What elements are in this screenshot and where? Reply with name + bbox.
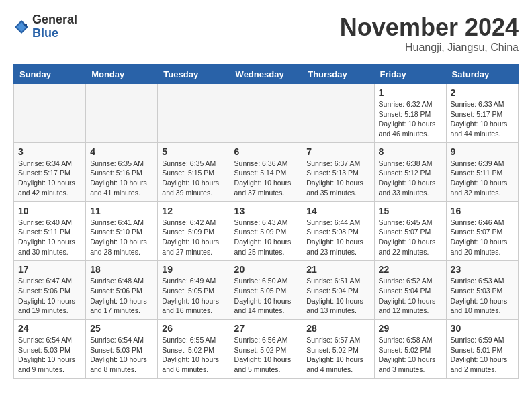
calendar-week-4: 17Sunrise: 6:47 AM Sunset: 5:06 PM Dayli… [14, 261, 519, 320]
logo: General Blue [13, 13, 77, 40]
day-number: 30 [451, 323, 514, 334]
logo-blue: Blue [32, 27, 77, 40]
day-info: Sunrise: 6:41 AM Sunset: 5:10 PM Dayligh… [90, 218, 153, 257]
day-info: Sunrise: 6:32 AM Sunset: 5:18 PM Dayligh… [379, 99, 442, 139]
day-number: 5 [162, 146, 225, 157]
day-number: 15 [379, 205, 442, 216]
calendar-cell: 26Sunrise: 6:55 AM Sunset: 5:02 PM Dayli… [158, 320, 230, 379]
weekday-header-friday: Friday [374, 65, 446, 84]
day-info: Sunrise: 6:38 AM Sunset: 5:12 PM Dayligh… [379, 158, 442, 198]
calendar-week-5: 24Sunrise: 6:54 AM Sunset: 5:03 PM Dayli… [14, 320, 519, 379]
day-info: Sunrise: 6:37 AM Sunset: 5:13 PM Dayligh… [306, 158, 369, 198]
month-title: November 2024 [340, 13, 519, 42]
day-number: 4 [90, 146, 153, 157]
day-info: Sunrise: 6:53 AM Sunset: 5:03 PM Dayligh… [451, 276, 514, 316]
calendar-cell: 14Sunrise: 6:44 AM Sunset: 5:08 PM Dayli… [302, 201, 374, 261]
calendar-cell: 7Sunrise: 6:37 AM Sunset: 5:13 PM Daylig… [302, 142, 374, 201]
calendar-week-2: 3Sunrise: 6:34 AM Sunset: 5:17 PM Daylig… [14, 142, 519, 201]
day-info: Sunrise: 6:56 AM Sunset: 5:02 PM Dayligh… [234, 335, 298, 375]
calendar-cell: 30Sunrise: 6:59 AM Sunset: 5:01 PM Dayli… [446, 320, 518, 379]
day-info: Sunrise: 6:54 AM Sunset: 5:03 PM Dayligh… [90, 335, 153, 375]
calendar-cell [158, 84, 230, 143]
day-number: 11 [90, 205, 153, 216]
day-number: 22 [379, 264, 442, 275]
calendar-cell: 17Sunrise: 6:47 AM Sunset: 5:06 PM Dayli… [14, 261, 86, 320]
day-info: Sunrise: 6:47 AM Sunset: 5:06 PM Dayligh… [18, 276, 81, 316]
day-number: 14 [306, 205, 369, 216]
calendar-cell: 28Sunrise: 6:57 AM Sunset: 5:02 PM Dayli… [302, 320, 374, 379]
calendar-cell [230, 84, 302, 143]
calendar-cell: 11Sunrise: 6:41 AM Sunset: 5:10 PM Dayli… [86, 201, 158, 261]
calendar-week-1: 1Sunrise: 6:32 AM Sunset: 5:18 PM Daylig… [14, 84, 519, 143]
day-number: 19 [162, 264, 225, 275]
logo-icon [13, 19, 30, 35]
calendar-cell: 3Sunrise: 6:34 AM Sunset: 5:17 PM Daylig… [14, 142, 86, 201]
calendar-cell: 19Sunrise: 6:49 AM Sunset: 5:05 PM Dayli… [158, 261, 230, 320]
day-info: Sunrise: 6:58 AM Sunset: 5:02 PM Dayligh… [379, 335, 442, 375]
day-info: Sunrise: 6:33 AM Sunset: 5:17 PM Dayligh… [451, 99, 514, 139]
weekday-header-tuesday: Tuesday [158, 65, 230, 84]
day-info: Sunrise: 6:35 AM Sunset: 5:15 PM Dayligh… [162, 158, 225, 198]
calendar-cell: 4Sunrise: 6:35 AM Sunset: 5:16 PM Daylig… [86, 142, 158, 201]
day-number: 8 [379, 146, 442, 157]
calendar-cell: 1Sunrise: 6:32 AM Sunset: 5:18 PM Daylig… [374, 84, 446, 143]
day-number: 16 [451, 205, 514, 216]
day-info: Sunrise: 6:46 AM Sunset: 5:07 PM Dayligh… [451, 218, 514, 257]
day-info: Sunrise: 6:36 AM Sunset: 5:14 PM Dayligh… [234, 158, 298, 198]
day-number: 6 [234, 146, 298, 157]
calendar-cell: 16Sunrise: 6:46 AM Sunset: 5:07 PM Dayli… [446, 201, 518, 261]
day-number: 3 [18, 146, 81, 157]
calendar-cell: 27Sunrise: 6:56 AM Sunset: 5:02 PM Dayli… [230, 320, 302, 379]
day-number: 25 [90, 323, 153, 334]
calendar-cell: 20Sunrise: 6:50 AM Sunset: 5:05 PM Dayli… [230, 261, 302, 320]
calendar-cell: 8Sunrise: 6:38 AM Sunset: 5:12 PM Daylig… [374, 142, 446, 201]
calendar-cell: 13Sunrise: 6:43 AM Sunset: 5:09 PM Dayli… [230, 201, 302, 261]
day-info: Sunrise: 6:50 AM Sunset: 5:05 PM Dayligh… [234, 276, 298, 316]
day-info: Sunrise: 6:51 AM Sunset: 5:04 PM Dayligh… [306, 276, 369, 316]
calendar-cell [14, 84, 86, 143]
calendar-cell: 12Sunrise: 6:42 AM Sunset: 5:09 PM Dayli… [158, 201, 230, 261]
calendar-table: SundayMondayTuesdayWednesdayThursdayFrid… [13, 64, 519, 379]
weekday-header-saturday: Saturday [446, 65, 518, 84]
calendar-cell: 21Sunrise: 6:51 AM Sunset: 5:04 PM Dayli… [302, 261, 374, 320]
calendar-cell: 15Sunrise: 6:45 AM Sunset: 5:07 PM Dayli… [374, 201, 446, 261]
calendar-cell: 23Sunrise: 6:53 AM Sunset: 5:03 PM Dayli… [446, 261, 518, 320]
day-number: 27 [234, 323, 298, 334]
calendar-cell [86, 84, 158, 143]
day-info: Sunrise: 6:39 AM Sunset: 5:11 PM Dayligh… [451, 158, 514, 198]
logo-text: General Blue [32, 13, 77, 40]
day-info: Sunrise: 6:42 AM Sunset: 5:09 PM Dayligh… [162, 218, 225, 257]
day-number: 29 [379, 323, 442, 334]
title-block: November 2024 Huangji, Jiangsu, China [340, 13, 519, 54]
day-info: Sunrise: 6:34 AM Sunset: 5:17 PM Dayligh… [18, 158, 81, 198]
weekday-header-sunday: Sunday [14, 65, 86, 84]
day-number: 20 [234, 264, 298, 275]
calendar-cell: 18Sunrise: 6:48 AM Sunset: 5:06 PM Dayli… [86, 261, 158, 320]
day-info: Sunrise: 6:52 AM Sunset: 5:04 PM Dayligh… [379, 276, 442, 316]
weekday-header-thursday: Thursday [302, 65, 374, 84]
weekday-header-monday: Monday [86, 65, 158, 84]
page-header: General Blue November 2024 Huangji, Jian… [13, 13, 519, 54]
day-info: Sunrise: 6:55 AM Sunset: 5:02 PM Dayligh… [162, 335, 225, 375]
calendar-cell: 22Sunrise: 6:52 AM Sunset: 5:04 PM Dayli… [374, 261, 446, 320]
calendar-week-3: 10Sunrise: 6:40 AM Sunset: 5:11 PM Dayli… [14, 201, 519, 261]
weekday-header-row: SundayMondayTuesdayWednesdayThursdayFrid… [14, 65, 519, 84]
day-number: 7 [306, 146, 369, 157]
calendar-cell: 29Sunrise: 6:58 AM Sunset: 5:02 PM Dayli… [374, 320, 446, 379]
location: Huangji, Jiangsu, China [340, 42, 519, 54]
day-number: 2 [451, 87, 514, 98]
day-number: 24 [18, 323, 81, 334]
day-number: 1 [379, 87, 442, 98]
day-info: Sunrise: 6:59 AM Sunset: 5:01 PM Dayligh… [451, 335, 514, 375]
day-info: Sunrise: 6:43 AM Sunset: 5:09 PM Dayligh… [234, 218, 298, 257]
weekday-header-wednesday: Wednesday [230, 65, 302, 84]
day-number: 12 [162, 205, 225, 216]
day-info: Sunrise: 6:45 AM Sunset: 5:07 PM Dayligh… [379, 218, 442, 257]
calendar-cell: 9Sunrise: 6:39 AM Sunset: 5:11 PM Daylig… [446, 142, 518, 201]
day-number: 23 [451, 264, 514, 275]
day-info: Sunrise: 6:44 AM Sunset: 5:08 PM Dayligh… [306, 218, 369, 257]
day-number: 21 [306, 264, 369, 275]
day-number: 28 [306, 323, 369, 334]
logo-general: General [32, 13, 77, 27]
calendar-cell [302, 84, 374, 143]
